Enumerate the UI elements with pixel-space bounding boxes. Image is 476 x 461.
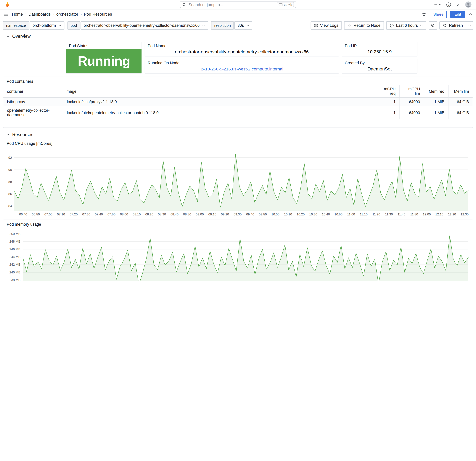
search-input[interactable]	[188, 2, 275, 7]
svg-text:10:30: 10:30	[309, 212, 317, 216]
section-resources[interactable]: Resources	[3, 131, 473, 138]
pod-select[interactable]: orchestrator-observability-opentelemetry…	[81, 21, 208, 30]
resolution-select[interactable]: 30s	[234, 21, 253, 30]
chart-canvas: 848688909206:4006:5007:0007:1007:2007:30…	[3, 147, 473, 217]
section-overview[interactable]: Overview	[3, 33, 473, 39]
created-by-panel: Created By DaemonSet	[342, 59, 417, 74]
table-row: istio-proxydocker.io/istio/proxyv2:1.18.…	[3, 97, 473, 106]
pod-containers-table: containerimagemCPU reqmCPU limMem reqMem…	[3, 85, 473, 119]
resolution-label: resolution	[211, 21, 234, 30]
pod-memory-usage-chart[interactable]: 236 MB238 MB240 MB242 MB244 MB246 MB248 …	[3, 227, 473, 281]
search-icon	[182, 3, 186, 7]
chevron-down-icon	[6, 133, 9, 136]
svg-text:09:30: 09:30	[234, 212, 242, 216]
namespace-select[interactable]: orch-platform	[30, 21, 65, 30]
panel-title: Pod IP	[345, 44, 357, 48]
new-menu-button[interactable]	[434, 2, 442, 7]
table-cell: istio-proxy	[3, 97, 62, 106]
table-cell: docker.io/istio/proxyv2:1.18.0	[62, 97, 375, 106]
svg-text:10:50: 10:50	[334, 212, 342, 216]
svg-text:90: 90	[8, 168, 12, 172]
svg-text:11:30: 11:30	[385, 212, 393, 216]
panel-title: Pod memory usage	[3, 220, 473, 227]
svg-text:11:40: 11:40	[398, 212, 405, 216]
svg-text:10:00: 10:00	[272, 212, 280, 216]
view-logs-button[interactable]: View Logs	[311, 21, 342, 30]
column-header[interactable]: Mem lim	[448, 85, 473, 97]
chevron-up-icon[interactable]	[469, 12, 472, 16]
svg-text:07:40: 07:40	[95, 212, 103, 216]
chart-canvas: 236 MB238 MB240 MB242 MB244 MB246 MB248 …	[3, 227, 473, 281]
svg-text:248 MB: 248 MB	[9, 240, 20, 243]
svg-text:09:50: 09:50	[259, 212, 267, 216]
refresh-interval-button[interactable]	[466, 21, 473, 30]
svg-text:07:20: 07:20	[69, 212, 77, 216]
breadcrumb-item[interactable]: orchestrator	[56, 12, 78, 17]
star-icon[interactable]	[422, 12, 426, 17]
news-rss-button[interactable]	[456, 2, 460, 7]
svg-text:10:10: 10:10	[284, 212, 292, 216]
breadcrumb-item[interactable]: Home	[12, 12, 23, 17]
column-header[interactable]: Mem req	[424, 85, 448, 97]
svg-text:10:20: 10:20	[297, 212, 305, 216]
breadcrumb-item[interactable]: Pod Resources	[84, 12, 112, 17]
svg-text:12:00: 12:00	[423, 212, 431, 216]
svg-text:08:20: 08:20	[145, 212, 153, 216]
pod-cpu-usage-chart[interactable]: 848688909206:4006:5007:0007:1007:2007:30…	[3, 147, 473, 217]
chevron-down-icon	[58, 24, 61, 27]
panel-title: Created By	[345, 61, 365, 66]
svg-text:06:50: 06:50	[32, 212, 40, 216]
panel-title: Running On Node	[148, 61, 179, 66]
svg-text:86: 86	[8, 192, 12, 196]
svg-text:240 MB: 240 MB	[9, 270, 20, 274]
svg-text:238 MB: 238 MB	[9, 278, 20, 281]
share-button[interactable]: Share	[430, 11, 447, 18]
node-link[interactable]: ip-10-250-5-216.us-west-2.compute.intern…	[200, 67, 283, 71]
table-cell: docker.io/otel/opentelemetry-collector-c…	[62, 106, 375, 119]
zoom-out-button[interactable]	[429, 21, 437, 30]
table-cell: 1	[375, 106, 400, 119]
svg-text:08:00: 08:00	[120, 212, 128, 216]
svg-text:08:30: 08:30	[158, 212, 166, 216]
return-to-node-button[interactable]: Return to Node	[344, 21, 384, 30]
chevron-down-icon	[202, 24, 205, 27]
pod-name-panel: Pod Name orchestrator-observability-open…	[145, 42, 339, 57]
table-cell: 64000	[400, 97, 424, 106]
svg-text:250 MB: 250 MB	[9, 232, 20, 236]
column-header[interactable]: image	[62, 85, 375, 97]
panel-title: Pod Name	[148, 44, 166, 48]
table-cell: opentelemetry-collector-daemonset	[3, 106, 62, 119]
column-header[interactable]: container	[3, 85, 62, 97]
svg-text:12:10: 12:10	[435, 212, 443, 216]
refresh-button[interactable]: Refresh	[440, 21, 466, 30]
zoom-out-icon	[431, 23, 435, 28]
pod-ip-panel: Pod IP 10.250.15.9	[342, 42, 417, 57]
chevron-down-icon	[468, 24, 471, 27]
column-header[interactable]: mCPU req	[375, 85, 400, 97]
namespace-variable: namespace orch-platform	[3, 21, 64, 30]
refresh-icon	[443, 23, 447, 27]
svg-text:12:20: 12:20	[448, 212, 456, 216]
chevron-down-icon	[420, 24, 423, 27]
pod-status-panel: Pod Status Running	[66, 42, 142, 74]
table-cell: 1	[375, 97, 400, 106]
running-on-node-panel: Running On Node ip-10-250-5-216.us-west-…	[145, 59, 339, 74]
svg-text:09:10: 09:10	[208, 212, 216, 216]
pod-memory-usage-panel: Pod memory usage 236 MB238 MB240 MB242 M…	[3, 220, 473, 281]
time-range-picker[interactable]: Last 6 hours	[386, 21, 426, 30]
svg-text:09:40: 09:40	[246, 212, 254, 216]
dashboard-grid-icon	[314, 23, 318, 27]
breadcrumb-item[interactable]: Dashboards	[28, 12, 51, 17]
svg-text:08:10: 08:10	[133, 212, 141, 216]
table-cell: 64 GiB	[448, 106, 473, 119]
search-shortcut: ctrl+k	[277, 2, 294, 7]
top-bar: ctrl+k ?	[0, 0, 476, 9]
global-search[interactable]: ctrl+k	[180, 1, 296, 8]
help-button[interactable]: ?	[446, 2, 451, 7]
column-header[interactable]: mCPU lim	[400, 85, 424, 97]
mega-menu-toggle[interactable]	[4, 12, 8, 17]
edit-button[interactable]: Edit	[450, 11, 465, 18]
pod-status-value: Running	[66, 49, 142, 73]
user-avatar[interactable]	[465, 1, 472, 8]
grafana-logo[interactable]	[4, 1, 10, 8]
